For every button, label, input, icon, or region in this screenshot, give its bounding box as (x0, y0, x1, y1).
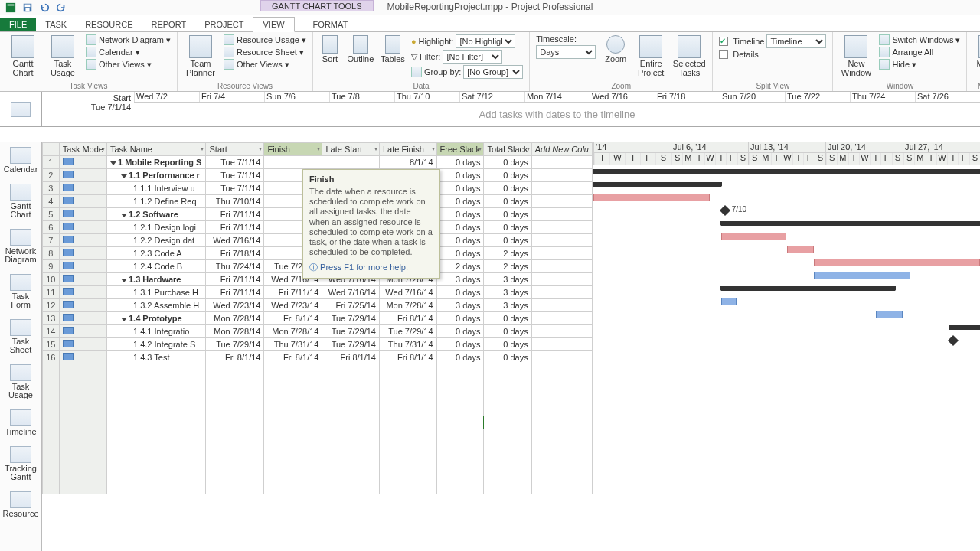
gantt-chart-button[interactable]: Gantt Chart (5, 34, 41, 79)
redo-icon[interactable] (55, 2, 67, 14)
arrange-all-button[interactable]: Arrange All (877, 46, 962, 58)
task-usage-button[interactable]: Task Usage (44, 34, 81, 79)
gantt-row (593, 165, 980, 178)
hide-button[interactable]: Hide ▾ (877, 58, 962, 70)
sort-button[interactable]: Sort (318, 34, 342, 66)
outline-button[interactable]: Outline (345, 34, 376, 66)
col-task-mode[interactable]: Task Mode▾ (59, 143, 106, 156)
col-late-finish[interactable]: Late Finish▾ (379, 143, 436, 156)
switch-windows-button[interactable]: Switch Windows ▾ (877, 34, 962, 46)
table-row[interactable]: 121.3.2 Assemble HWed 7/23/14Wed 7/23/14… (43, 299, 593, 312)
highlight-control[interactable]: ●Highlight: [No Highlight] (410, 34, 524, 49)
tab-view[interactable]: VIEW (253, 17, 294, 32)
macros-button[interactable]: Macros (972, 34, 980, 70)
gantt-row (593, 178, 980, 191)
highlight-select[interactable]: [No Highlight] (456, 34, 515, 48)
viewbar-calendar[interactable]: Calendar (0, 142, 41, 179)
undo-icon[interactable] (38, 2, 51, 14)
selected-tasks-button[interactable]: Selected Tasks (671, 34, 707, 79)
viewbar-task-usage[interactable]: TaskUsage (0, 360, 41, 405)
resource-usage-button[interactable]: Resource Usage ▾ (222, 34, 308, 46)
filter-select[interactable]: [No Filter] (443, 50, 502, 64)
tooltip-help[interactable]: Press F1 for more help. (309, 262, 433, 273)
other-views-button[interactable]: Other Views ▾ (84, 58, 172, 70)
view-bar: CalendarGanttChartNetworkDiagramTaskForm… (0, 142, 42, 551)
tab-project[interactable]: PROJECT (195, 18, 253, 31)
app-icon (5, 2, 17, 14)
tab-format[interactable]: FORMAT (304, 18, 358, 31)
tab-task[interactable]: TASK (36, 18, 76, 31)
table-row[interactable]: 161.4.3 TestFri 8/1/14Fri 8/1/14Fri 8/1/… (43, 351, 593, 364)
gantt-row (593, 282, 980, 295)
col-add-new[interactable]: Add New Colu (531, 143, 592, 156)
quick-access-toolbar (0, 0, 980, 15)
timeline-date-marks: Wed 7/2Fri 7/4Sun 7/6Tue 7/8Thu 7/10Sat … (134, 92, 980, 103)
svg-rect-4 (25, 8, 29, 11)
gantt-row (593, 256, 980, 269)
table-row[interactable]: 131.4 PrototypeMon 7/28/14Fri 8/1/14Tue … (43, 312, 593, 325)
gantt-row (593, 308, 980, 321)
gantt-row (593, 217, 980, 230)
timeline-check[interactable]: Timeline Timeline (717, 34, 828, 49)
col-late-start[interactable]: Late Start▾ (322, 143, 380, 156)
timescale-label: Timescale: (534, 34, 597, 44)
col-total-slack[interactable]: Total Slack▾ (484, 143, 531, 156)
gantt-row (593, 360, 980, 373)
tab-report[interactable]: REPORT (142, 18, 196, 31)
table-row[interactable]: 141.4.1 IntegratioMon 7/28/14Mon 7/28/14… (43, 325, 593, 338)
tab-file[interactable]: FILE (0, 18, 36, 31)
viewbar-task-form[interactable]: TaskForm (0, 269, 41, 315)
tab-resource[interactable]: RESOURCE (76, 18, 142, 31)
col-free-slack[interactable]: Free Slack▾ (436, 143, 484, 156)
gantt-row (593, 269, 980, 282)
zoom-button[interactable]: Zoom (600, 34, 631, 66)
table-row[interactable]: 11 Mobile Reporting STue 7/1/148/1/140 d… (43, 156, 593, 169)
gantt-row (593, 191, 980, 204)
col-start[interactable]: Start▾ (206, 143, 264, 156)
resource-sheet-button[interactable]: Resource Sheet ▾ (222, 46, 308, 58)
calendar-button[interactable]: Calendar ▾ (84, 46, 172, 58)
viewbar-tracking-gantt[interactable]: TrackingGantt (0, 442, 41, 487)
viewbar-timeline[interactable]: Timeline (0, 405, 41, 442)
gantt-row (593, 321, 980, 334)
gantt-row (593, 347, 980, 360)
viewbar-resource[interactable]: Resource (0, 487, 41, 523)
details-check[interactable]: Details (717, 49, 828, 60)
gantt-row (593, 243, 980, 256)
team-planner-button[interactable]: Team Planner (182, 34, 219, 79)
viewbar-gantt-chart[interactable]: GanttChart (0, 179, 41, 224)
table-row[interactable]: 111.3.1 Purchase HFri 7/11/14Fri 7/11/14… (43, 286, 593, 299)
col-finish[interactable]: Finish▾ (264, 143, 322, 156)
timeline-side-icons (0, 92, 42, 126)
table-row[interactable]: 151.4.2 Integrate STue 7/29/14Thu 7/31/1… (43, 338, 593, 351)
gantt-row (593, 295, 980, 308)
viewbar-task-sheet[interactable]: TaskSheet (0, 315, 41, 360)
filter-control[interactable]: ▽Filter: [No Filter] (410, 49, 524, 64)
gantt-row: 7/10 (593, 204, 980, 217)
timeline-hint[interactable]: Add tasks with dates to the timeline (134, 103, 980, 126)
network-diagram-button[interactable]: Network Diagram ▾ (84, 34, 172, 46)
timeline-select[interactable]: Timeline (766, 34, 826, 48)
save-icon[interactable] (21, 2, 34, 14)
tables-button[interactable]: Tables (379, 34, 407, 66)
groupby-select[interactable]: [No Group] (463, 65, 523, 79)
timeline-panel: Start Tue 7/1/14 Wed 7/2Fri 7/4Sun 7/6Tu… (0, 92, 980, 127)
gantt-row (593, 230, 980, 243)
timeline-start: Start Tue 7/1/14 (42, 92, 134, 126)
entire-project-button[interactable]: Entire Project (634, 34, 668, 79)
viewbar-network-diagram[interactable]: NetworkDiagram (0, 224, 41, 269)
tooltip-body: The date when a resource is scheduled to… (309, 187, 433, 257)
svg-rect-1 (8, 4, 15, 5)
timescale-select[interactable]: Days (536, 45, 596, 59)
ribbon-tabs: FILE TASK RESOURCE REPORT PROJECT VIEW F… (0, 15, 980, 32)
column-tooltip: Finish The date when a resource is sched… (302, 169, 440, 279)
new-window-button[interactable]: New Window (838, 34, 874, 79)
gantt-chart[interactable]: '14TWTFSJul 6, '14SMTWTFSJul 13, '14SMTW… (593, 142, 980, 551)
svg-rect-3 (25, 4, 31, 7)
col-task-name[interactable]: Task Name▾ (106, 143, 206, 156)
gantt-row (593, 334, 980, 347)
contextual-tool-tab: GANTT CHART TOOLS (260, 0, 374, 11)
tooltip-title: Finish (309, 174, 433, 184)
other-views-2-button[interactable]: Other Views ▾ (222, 58, 308, 70)
groupby-control[interactable]: Group by: [No Group] (410, 64, 524, 80)
